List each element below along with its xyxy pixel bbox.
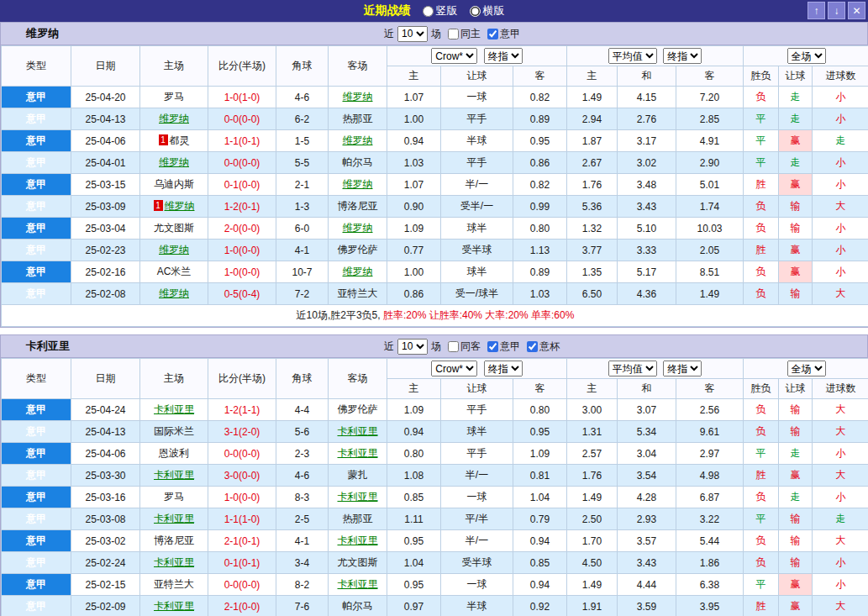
near-label: 近 (384, 27, 394, 41)
team-name-text[interactable]: 维罗纳 (159, 113, 189, 124)
team-name-text[interactable]: 维罗纳 (343, 266, 373, 277)
odds-cell: 1.09 (513, 443, 567, 465)
date-cell: 25-02-08 (71, 283, 140, 305)
filter-checkbox-input[interactable] (448, 29, 459, 39)
odds-cell: 1.00 (387, 108, 441, 130)
match-count-select[interactable]: 10 (397, 26, 428, 42)
odds-cell: 2.50 (567, 508, 618, 530)
team-name-text[interactable]: 维罗纳 (343, 134, 373, 146)
outcome-cell: 输 (779, 283, 813, 305)
away-team-cell: 佛罗伦萨 (329, 399, 387, 421)
odds-cell: 1.03 (387, 152, 441, 174)
team-name-text[interactable]: 卡利亚里 (154, 600, 194, 612)
filter-checkboxes: 同客意甲意杯 (448, 340, 560, 354)
odds-cell: 2.90 (676, 152, 744, 174)
odds-cell: 0.77 (387, 240, 441, 261)
team-name-text[interactable]: 卡利亚里 (338, 447, 378, 459)
team-name-text[interactable]: 维罗纳 (343, 222, 373, 234)
odds-cell: 9.61 (676, 421, 744, 443)
team-name-text[interactable]: 卡利亚里 (154, 513, 194, 524)
filter-checkbox[interactable]: 同客 (448, 340, 481, 354)
team-name-text[interactable]: 卡利亚里 (154, 469, 194, 481)
filter-checkbox[interactable]: 意杯 (527, 340, 560, 354)
odds-cell: 3.17 (618, 130, 676, 152)
away-team-cell: 维罗纳 (329, 87, 387, 108)
team-name-text[interactable]: 维罗纳 (159, 156, 189, 168)
score-cell: 1-0(1-0) (208, 87, 276, 108)
filter-checkbox-input[interactable] (448, 341, 459, 352)
bookmaker-select[interactable]: Crow* (431, 361, 477, 376)
final-odds-select[interactable]: 终指 (663, 48, 702, 64)
odds-cell: 1.08 (387, 465, 441, 487)
odds-cell: 1.35 (567, 261, 618, 283)
date-cell: 25-04-20 (71, 87, 140, 108)
sub-header-goals: 进球数 (813, 66, 868, 87)
col-header-type: 类型 (2, 46, 71, 87)
outcome-cell: 负 (744, 421, 779, 443)
team-name-text: 乌迪内斯 (154, 178, 194, 190)
outcome-cell: 小 (813, 174, 868, 196)
home-team-cell: 罗马 (140, 487, 208, 508)
team-name-text: 恩波利 (159, 447, 189, 459)
team-name-text[interactable]: 卡利亚里 (338, 534, 378, 546)
average-select[interactable]: 平均值 (608, 361, 657, 376)
odds-cell: 半球 (441, 596, 513, 616)
team-name-text[interactable]: 维罗纳 (343, 91, 373, 103)
corners-cell: 1-5 (276, 130, 329, 152)
odds-time-select[interactable]: 终指 (484, 48, 523, 64)
team-name-text[interactable]: 卡利亚里 (338, 491, 378, 503)
fulltime-select[interactable]: 全场 (787, 361, 826, 376)
filter-checkbox-input[interactable] (487, 29, 498, 39)
col-header-date: 日期 (71, 359, 140, 399)
odds-cell: 2.97 (676, 443, 744, 465)
corners-cell: 8-2 (276, 574, 329, 596)
close-button[interactable]: ✕ (848, 2, 865, 19)
team-name-text[interactable]: 维罗纳 (343, 178, 373, 190)
outcome-cell: 大 (813, 283, 868, 305)
outcome-cell: 负 (744, 87, 779, 108)
odds-cell: 1.49 (567, 87, 618, 108)
team-name-text[interactable]: 卡利亚里 (338, 578, 378, 590)
final-odds-select[interactable]: 终指 (663, 361, 702, 376)
sub-header-result: 胜负 (744, 66, 779, 87)
team-name-text: 热那亚 (343, 513, 373, 524)
outcome-cell: 走 (779, 487, 813, 508)
outcome-cell: 赢 (779, 574, 813, 596)
filter-checkbox[interactable]: 意甲 (487, 340, 520, 354)
match-row: 意甲25-02-15亚特兰大0-0(0-0)8-2卡利亚里0.95一球0.941… (2, 574, 868, 596)
league-cell: 意甲 (2, 174, 71, 196)
odds-cell: 1.76 (567, 174, 618, 196)
layout-radio-vertical[interactable]: 竖版 (423, 3, 458, 18)
filter-checkbox-input[interactable] (527, 341, 538, 352)
scroll-up-button[interactable]: ↑ (808, 2, 825, 19)
filter-checkbox[interactable]: 同主 (448, 27, 481, 41)
outcome-cell: 大 (813, 399, 868, 421)
team-name-text[interactable]: 卡利亚里 (154, 403, 194, 415)
filter-checkbox-input[interactable] (487, 341, 498, 352)
score-cell: 1-2(1-1) (208, 399, 276, 421)
team-name-text[interactable]: 维罗纳 (159, 287, 189, 299)
filter-checkbox[interactable]: 意甲 (487, 27, 520, 41)
team-name-text[interactable]: 卡利亚里 (338, 425, 378, 437)
league-cell: 意甲 (2, 465, 71, 487)
date-cell: 25-02-16 (71, 261, 140, 283)
corners-cell: 6-2 (276, 108, 329, 130)
team-name-text[interactable]: 维罗纳 (165, 200, 195, 212)
layout-radio-horizontal[interactable]: 横版 (470, 3, 505, 18)
odds-time-select[interactable]: 终指 (484, 361, 523, 376)
fulltime-select[interactable]: 全场 (787, 48, 826, 64)
odds-cell: 0.99 (513, 196, 567, 218)
team-name-text[interactable]: 卡利亚里 (154, 556, 194, 568)
outcome-cell: 负 (744, 218, 779, 240)
vertical-radio-input[interactable] (423, 6, 434, 17)
match-count-select[interactable]: 10 (397, 339, 428, 355)
sub-header-handicap-result: 让球 (779, 66, 813, 87)
bookmaker-select[interactable]: Crow* (431, 48, 477, 64)
scroll-down-button[interactable]: ↓ (828, 2, 845, 19)
average-select[interactable]: 平均值 (608, 48, 657, 64)
outcome-cell: 小 (813, 152, 868, 174)
horizontal-radio-input[interactable] (470, 6, 481, 17)
team-name-text[interactable]: 维罗纳 (159, 244, 189, 255)
odds-cell: 0.80 (387, 443, 441, 465)
odds-cell: 球半 (441, 261, 513, 283)
